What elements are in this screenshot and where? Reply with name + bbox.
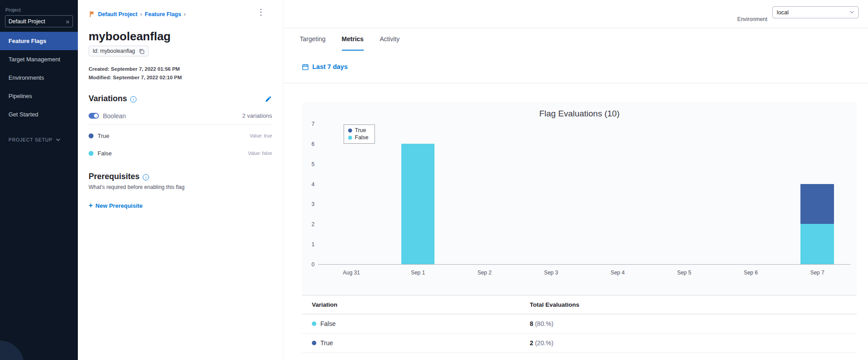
variation-value: Value: true: [250, 133, 272, 138]
project-setup-toggle[interactable]: PROJECT SETUP: [0, 137, 78, 142]
variations-title: Variations: [89, 94, 127, 103]
variations-header: Variations i: [89, 94, 272, 103]
false-variation-dot: [312, 321, 316, 326]
y-tick-label: 4: [311, 181, 315, 188]
chart-y-axis: 01234567: [305, 124, 318, 265]
y-tick-label: 1: [311, 241, 315, 248]
y-tick-label: 2: [311, 221, 315, 227]
variation-name: True: [98, 133, 109, 139]
tab-metrics[interactable]: Metrics: [342, 28, 364, 51]
chart-body: 01234567 TrueFalse Aug 31Sep 1Sep 2Sep 3…: [302, 124, 857, 265]
column-header-total-evaluations: Total Evaluations: [530, 296, 857, 314]
project-selector[interactable]: Default Project »: [5, 15, 73, 27]
evaluations-table-card: Variation Total Evaluations False: [302, 295, 857, 353]
y-tick-label: 6: [311, 141, 315, 147]
new-prerequisite-button[interactable]: + New Prerequisite: [89, 202, 143, 209]
x-tick-label: Sep 4: [611, 270, 625, 276]
legend-label: False: [355, 134, 369, 141]
metrics-content: Flag Evaluations (10) 01234567 TrueFalse…: [284, 83, 868, 353]
variation-row-true: True Value: true: [89, 129, 272, 142]
modified-text: Modified: September 7, 2022 02:10 PM: [89, 73, 272, 82]
sidebar-item-environments[interactable]: Environments: [0, 69, 78, 87]
new-prerequisite-label: New Prerequisite: [95, 202, 143, 209]
flag-id-text: Id: mybooleanflag: [93, 48, 135, 54]
legend-item-true: True: [348, 127, 369, 133]
x-tick-label: Sep 5: [677, 270, 691, 276]
sidebar-item-target-management[interactable]: Target Management: [0, 50, 78, 69]
kebab-menu-icon[interactable]: ⋮: [257, 8, 265, 16]
main-header: Environment local: [284, 0, 868, 28]
table-header-row: Variation Total Evaluations: [302, 296, 857, 314]
legend-dot: [348, 129, 352, 133]
evaluations-table: Variation Total Evaluations False: [302, 295, 857, 353]
prerequisites-header: Prerequisites i: [89, 172, 272, 181]
bar-true-sep-7: [800, 184, 834, 224]
bar-false-sep-7: [800, 224, 834, 264]
tab-targeting[interactable]: Targeting: [300, 28, 326, 51]
breadcrumb-link-project[interactable]: Default Project: [98, 11, 137, 17]
legend-item-false: False: [348, 134, 369, 141]
calendar-icon[interactable]: [302, 64, 309, 70]
sidebar-item-label: Target Management: [9, 56, 60, 63]
row-variation-name: True: [320, 339, 333, 347]
x-tick-label: Sep 7: [810, 270, 824, 276]
y-tick-label: 0: [311, 261, 315, 268]
variation-row-false: False Value: false: [89, 146, 272, 160]
tabs: Targeting Metrics Activity: [284, 28, 868, 51]
project-label: Project: [0, 0, 78, 15]
tab-label: Metrics: [342, 35, 364, 43]
daterange-button[interactable]: Last 7 days: [312, 63, 348, 70]
flag-id-chip: Id: mybooleanflag: [89, 46, 149, 56]
environment-select[interactable]: local: [772, 6, 859, 18]
flag-title: mybooleanflag: [89, 29, 272, 43]
prerequisites-title: Prerequisites: [89, 172, 140, 181]
chart-legend: TrueFalse: [344, 124, 375, 144]
row-count: 8: [530, 320, 533, 327]
flag-icon: [89, 11, 95, 17]
table-row-true: True 2 (20.%): [302, 334, 857, 353]
sidebar-item-pipelines[interactable]: Pipelines: [0, 87, 78, 105]
variation-count: 2 variations: [243, 112, 272, 119]
breadcrumb: Default Project › Feature Flags ›: [89, 11, 272, 17]
column-header-variation: Variation: [302, 296, 530, 314]
x-tick-label: Sep 1: [411, 270, 425, 276]
row-variation-name: False: [320, 320, 336, 327]
legend-label: True: [355, 127, 366, 133]
boolean-toggle-icon: [89, 113, 99, 119]
double-chevron-icon: »: [66, 18, 69, 25]
chart-plot: TrueFalse Aug 31Sep 1Sep 2Sep 3Sep 4Sep …: [318, 124, 851, 265]
sidebar-item-feature-flags[interactable]: Feature Flags: [0, 32, 78, 50]
plus-icon: +: [89, 202, 93, 209]
y-tick-label: 5: [311, 161, 315, 167]
variation-type-label: Boolean: [103, 112, 126, 120]
chevron-down-icon: [850, 11, 854, 14]
x-tick-label: Sep 6: [744, 270, 757, 276]
chart-x-axis: Aug 31Sep 1Sep 2Sep 3Sep 4Sep 5Sep 6Sep …: [318, 270, 851, 283]
edit-pencil-icon[interactable]: [265, 95, 272, 103]
x-tick-label: Sep 2: [477, 270, 491, 276]
tab-label: Activity: [380, 35, 400, 43]
chevron-down-icon: [56, 138, 60, 141]
row-percent: (20.%): [535, 339, 553, 347]
chart-card: Flag Evaluations (10) 01234567 TrueFalse…: [302, 103, 857, 295]
copy-icon[interactable]: [139, 48, 145, 54]
true-variation-dot: [312, 341, 316, 345]
breadcrumb-separator: ›: [184, 11, 186, 17]
true-variation-dot: [89, 133, 94, 138]
sidebar: Project Default Project » Feature Flags …: [0, 0, 78, 360]
sidebar-item-get-started[interactable]: Get Started: [0, 105, 78, 124]
y-tick-label: 7: [311, 121, 315, 127]
environment-label: Environment: [737, 16, 767, 22]
environment-select-value: local: [777, 9, 789, 16]
sidebar-nav: Feature Flags Target Management Environm…: [0, 32, 78, 124]
daterange-bar: Last 7 days: [284, 51, 868, 83]
created-text: Created: September 7, 2022 01:56 PM: [89, 65, 272, 73]
sidebar-item-label: Pipelines: [9, 93, 32, 99]
tab-activity[interactable]: Activity: [380, 28, 400, 51]
y-tick-label: 3: [311, 201, 315, 207]
row-count: 2: [530, 339, 533, 347]
sidebar-item-label: Feature Flags: [9, 38, 47, 44]
x-tick-label: Sep 3: [544, 270, 558, 276]
breadcrumb-link-feature-flags[interactable]: Feature Flags: [145, 11, 181, 17]
bar-false-sep-1: [401, 144, 434, 264]
